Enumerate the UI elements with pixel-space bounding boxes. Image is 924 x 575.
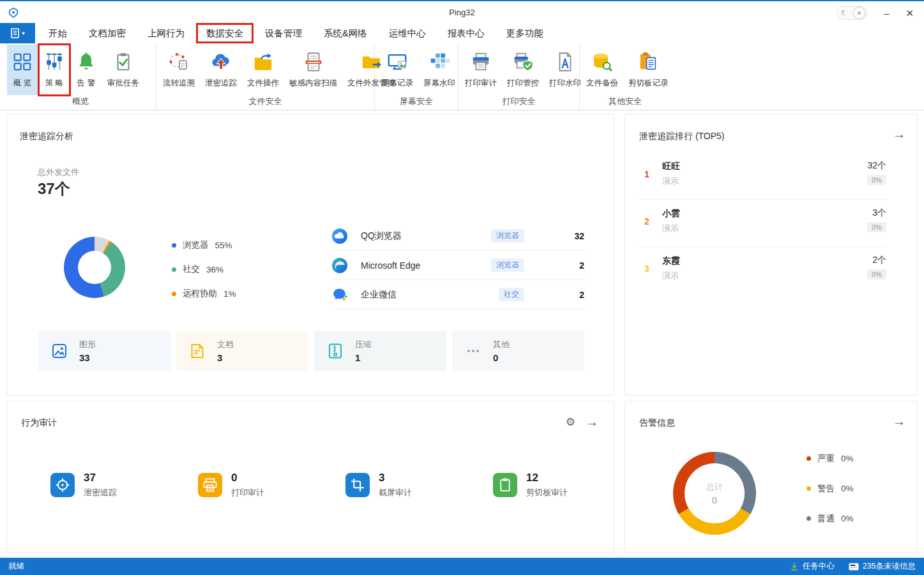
tab-web-behavior[interactable]: 上网行为 [139,25,193,41]
status-bar: 就绪 任务中心 235条未读信息 [0,558,924,575]
rank-number: 3 [644,264,649,274]
legend-dot [807,456,811,461]
clipboard-record-icon [637,49,659,75]
audit-stat-screenshot[interactable]: 3截屏审计 [345,472,412,498]
ribbon-item-overview[interactable]: 概 览 [7,45,38,95]
qq-browser-icon [331,228,348,244]
category-badge: 社交 [499,288,524,301]
app-logo-icon [8,8,19,18]
ranking-row[interactable]: 2 小雲 演示 3个 0% [639,200,886,247]
task-center-button[interactable]: 任务中心 [790,561,835,572]
tab-data-security[interactable]: 数据安全 [198,25,252,41]
legend-item: 社交 36% [172,257,236,281]
overview-icon [11,49,33,75]
leak-analysis-panel: 泄密追踪分析 总外发文件 37个 浏览器 55% 社交 36% 远程协助 1% … [6,114,614,396]
ribbon-group-label: 其他安全 [580,95,670,110]
tab-ops-center[interactable]: 运维中心 [381,25,434,41]
gear-icon[interactable]: ⚙ [566,417,575,428]
wecom-icon [331,287,348,303]
caret-down-icon: ▾ [22,30,25,36]
panel-title: 泄密追踪分析 [20,131,73,142]
image-icon [51,343,68,359]
sensitive-scan-icon [303,49,324,75]
screen-watermark-icon [428,49,450,75]
unread-messages-button[interactable]: 235条未读信息 [849,561,916,572]
ribbon-item-file-backup[interactable]: 文件备份 [582,45,623,95]
percent-badge: 0% [867,222,886,232]
audit-stat-leak-trace[interactable]: 37泄密追踪 [50,472,117,498]
tab-report-center[interactable]: 报表中心 [439,25,493,41]
file-type-cards: 图形33 文档3 压缩1 其他0 [38,331,584,371]
card-images[interactable]: 图形33 [38,331,170,371]
approval-icon [112,49,134,75]
tab-system-network[interactable]: 系统&网络 [315,25,375,41]
ribbon-item-print-audit[interactable]: 打印审计 [460,45,501,95]
ribbon-item-clipboard-record[interactable]: 剪切板记录 [624,45,673,95]
file-operation-icon [252,49,274,75]
outgoing-legend: 浏览器 55% 社交 36% 远程协助 1% [172,233,236,306]
minimize-button[interactable]: – [884,8,889,18]
ranking-row[interactable]: 3 东霞 演示 2个 0% [639,247,886,294]
ribbon-group-screen-security: 屏幕记录 屏幕水印 屏幕安全 [375,43,458,110]
panel-title: 告警信息 [639,417,675,429]
leak-trace-icon [210,49,232,75]
ribbon-group-file-security: 流转追溯 泄密追踪 文件操作 敏感内容扫描 [156,43,375,110]
ribbon-item-screen-watermark[interactable]: 屏幕水印 [419,45,460,95]
ribbon-item-approval-tasks[interactable]: 审批任务 [103,45,144,95]
card-documents[interactable]: 文档3 [176,331,308,371]
alerts-panel: 告警信息 → 总计 0 严重 0% 警告 0% 普通 0% [625,401,918,553]
ribbon-item-alarm[interactable]: 告 警 [71,45,102,95]
theme-toggle[interactable]: ☾ ☀ [837,6,867,20]
policy-icon [43,49,65,75]
moon-icon: ☾ [841,9,847,17]
tab-doc-encryption[interactable]: 文档加密 [80,25,134,41]
menu-tab-bar: ▾ 开始 文档加密 上网行为 数据安全 设备管理 系统&网络 运维中心 报表中心… [0,23,924,43]
card-archives[interactable]: 压缩1 [314,331,446,371]
document-menu-icon [10,27,20,39]
more-dots-icon [465,343,481,359]
edge-browser-icon [331,257,348,274]
alerts-legend: 严重 0% 警告 0% 普通 0% [807,444,854,534]
audit-stat-clipboard[interactable]: 12剪切板审计 [493,472,568,498]
screen-record-icon [386,49,408,75]
outgoing-app-list: QQ浏览器 浏览器 32 Microsoft Edge 浏览器 2 企业微信 社… [331,221,584,310]
leak-ranking-panel: 泄密追踪排行 (TOP5) → 1 旺旺 演示 32个 0% 2 小雲 演示 3… [625,114,918,396]
audit-stat-print[interactable]: 0打印审计 [198,472,264,498]
ribbon-item-print-control[interactable]: 打印管控 [503,45,543,95]
card-others[interactable]: 其他0 [452,331,584,371]
ribbon-group-other-security: 文件备份 剪切板记录 其他安全 [580,43,670,110]
ribbon-item-file-operation[interactable]: 文件操作 [243,45,284,95]
ribbon-group-label: 打印安全 [458,95,579,110]
close-button[interactable]: ✕ [905,8,914,18]
app-row[interactable]: 企业微信 社交 2 [331,280,584,310]
tab-more-features[interactable]: 更多功能 [498,25,552,41]
legend-dot [172,243,176,248]
legend-item: 远程协助 1% [172,281,236,306]
print-audit-icon [470,49,492,75]
tab-device-management[interactable]: 设备管理 [257,25,310,41]
app-menu-button[interactable]: ▾ [0,23,35,43]
ribbon-item-leak-trace[interactable]: 泄密追踪 [201,45,241,95]
ribbon-item-policy[interactable]: 策 略 [39,45,70,95]
ribbon-item-flow-trace[interactable]: 流转追溯 [158,45,199,95]
print-watermark-icon [554,49,576,75]
app-row[interactable]: Microsoft Edge 浏览器 2 [331,251,584,280]
panel-title: 行为审计 [21,417,57,429]
ribbon-item-screen-record[interactable]: 屏幕记录 [377,45,418,95]
arrow-right-icon[interactable]: → [893,128,905,140]
legend-item: 普通 0% [807,504,854,534]
ranking-row[interactable]: 1 旺旺 演示 32个 0% [639,153,886,200]
tab-start[interactable]: 开始 [40,25,75,41]
printer-icon [198,473,222,497]
arrow-right-icon[interactable]: → [893,415,905,428]
status-ready-text: 就绪 [8,561,24,572]
app-row[interactable]: QQ浏览器 浏览器 32 [331,221,584,251]
document-icon [189,343,206,359]
legend-item: 严重 0% [807,444,854,474]
window-controls: ☾ ☀ – ✕ [837,1,924,24]
arrow-right-icon[interactable]: → [586,415,598,428]
legend-dot [172,292,176,296]
rank-number: 1 [644,169,649,179]
ribbon: 概 览 策 略 告 警 审批任务 概览 [0,43,924,110]
ribbon-item-sensitive-scan[interactable]: 敏感内容扫描 [285,45,342,95]
